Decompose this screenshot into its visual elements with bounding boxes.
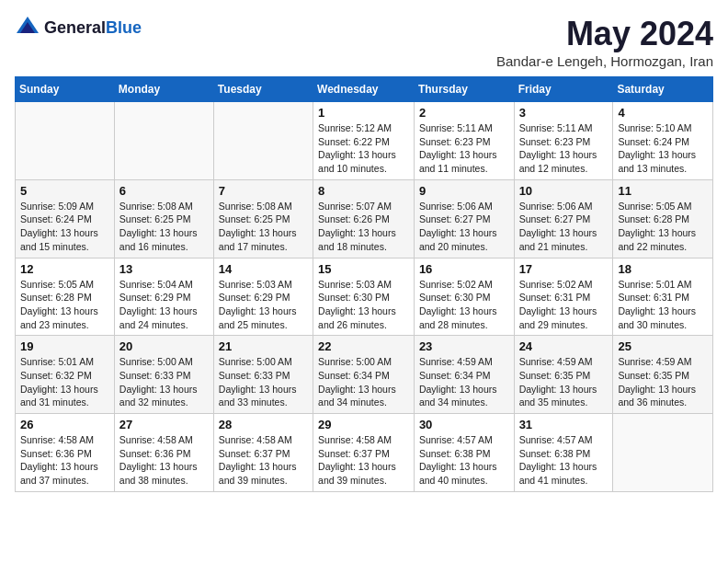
day-cell (16, 102, 115, 180)
day-info: Sunrise: 5:09 AMSunset: 6:24 PMDaylight:… (20, 200, 109, 254)
logo: GeneralBlue (15, 15, 142, 40)
day-cell (114, 102, 213, 180)
day-cell: 29Sunrise: 4:58 AMSunset: 6:37 PMDayligh… (313, 414, 415, 492)
day-number: 10 (519, 184, 609, 198)
day-number: 12 (20, 262, 109, 276)
day-cell: 27Sunrise: 4:58 AMSunset: 6:36 PMDayligh… (114, 414, 213, 492)
day-info: Sunrise: 5:02 AMSunset: 6:31 PMDaylight:… (519, 278, 609, 332)
day-cell: 15Sunrise: 5:03 AMSunset: 6:30 PMDayligh… (313, 258, 415, 336)
calendar-table: SundayMondayTuesdayWednesdayThursdayFrid… (15, 76, 713, 492)
day-cell: 7Sunrise: 5:08 AMSunset: 6:25 PMDaylight… (213, 179, 313, 258)
day-cell: 6Sunrise: 5:08 AMSunset: 6:25 PMDaylight… (114, 179, 213, 258)
day-cell: 2Sunrise: 5:11 AMSunset: 6:23 PMDaylight… (414, 102, 514, 180)
day-number: 17 (519, 262, 609, 276)
day-info: Sunrise: 5:04 AMSunset: 6:29 PMDaylight:… (119, 278, 209, 332)
logo-text: GeneralBlue (44, 18, 142, 38)
day-info: Sunrise: 5:03 AMSunset: 6:29 PMDaylight:… (219, 278, 308, 332)
day-cell: 9Sunrise: 5:06 AMSunset: 6:27 PMDaylight… (414, 179, 514, 258)
day-cell: 14Sunrise: 5:03 AMSunset: 6:29 PMDayligh… (213, 258, 313, 336)
day-cell: 24Sunrise: 4:59 AMSunset: 6:35 PMDayligh… (514, 336, 613, 414)
day-cell: 23Sunrise: 4:59 AMSunset: 6:34 PMDayligh… (414, 336, 514, 414)
day-cell: 12Sunrise: 5:05 AMSunset: 6:28 PMDayligh… (16, 258, 115, 336)
day-info: Sunrise: 5:00 AMSunset: 6:33 PMDaylight:… (119, 355, 209, 409)
day-number: 5 (20, 184, 109, 198)
day-info: Sunrise: 4:59 AMSunset: 6:35 PMDaylight:… (519, 355, 609, 409)
week-row-3: 12Sunrise: 5:05 AMSunset: 6:28 PMDayligh… (16, 258, 713, 336)
day-cell: 11Sunrise: 5:05 AMSunset: 6:28 PMDayligh… (613, 179, 713, 258)
day-number: 20 (119, 339, 209, 353)
day-info: Sunrise: 4:57 AMSunset: 6:38 PMDaylight:… (519, 433, 609, 488)
day-cell: 22Sunrise: 5:00 AMSunset: 6:34 PMDayligh… (313, 336, 415, 414)
weekday-sunday: Sunday (16, 77, 115, 102)
day-cell: 1Sunrise: 5:12 AMSunset: 6:22 PMDaylight… (313, 102, 415, 180)
weekday-monday: Monday (114, 77, 213, 102)
day-cell: 25Sunrise: 4:59 AMSunset: 6:35 PMDayligh… (613, 336, 713, 414)
day-cell: 19Sunrise: 5:01 AMSunset: 6:32 PMDayligh… (16, 336, 115, 414)
day-cell: 26Sunrise: 4:58 AMSunset: 6:36 PMDayligh… (16, 414, 115, 492)
day-number: 22 (318, 339, 409, 353)
day-info: Sunrise: 4:58 AMSunset: 6:37 PMDaylight:… (219, 433, 308, 488)
weekday-saturday: Saturday (613, 77, 713, 102)
day-cell: 16Sunrise: 5:02 AMSunset: 6:30 PMDayligh… (414, 258, 514, 336)
day-info: Sunrise: 5:08 AMSunset: 6:25 PMDaylight:… (119, 200, 209, 254)
day-number: 4 (618, 106, 708, 120)
day-cell: 13Sunrise: 5:04 AMSunset: 6:29 PMDayligh… (114, 258, 213, 336)
day-cell: 4Sunrise: 5:10 AMSunset: 6:24 PMDaylight… (613, 102, 713, 180)
day-info: Sunrise: 5:00 AMSunset: 6:33 PMDaylight:… (219, 355, 308, 409)
day-info: Sunrise: 5:01 AMSunset: 6:32 PMDaylight:… (20, 355, 109, 409)
weekday-header-row: SundayMondayTuesdayWednesdayThursdayFrid… (16, 77, 713, 102)
day-info: Sunrise: 5:12 AMSunset: 6:22 PMDaylight:… (318, 121, 409, 176)
day-number: 18 (618, 262, 708, 276)
day-number: 27 (119, 418, 209, 431)
day-info: Sunrise: 5:00 AMSunset: 6:34 PMDaylight:… (318, 355, 409, 409)
day-number: 26 (20, 418, 109, 431)
day-cell: 18Sunrise: 5:01 AMSunset: 6:31 PMDayligh… (613, 258, 713, 336)
weekday-friday: Friday (514, 77, 613, 102)
day-cell: 21Sunrise: 5:00 AMSunset: 6:33 PMDayligh… (213, 336, 313, 414)
day-number: 7 (219, 184, 308, 198)
day-number: 8 (318, 184, 409, 198)
day-info: Sunrise: 5:08 AMSunset: 6:25 PMDaylight:… (219, 200, 308, 254)
day-number: 29 (318, 418, 409, 431)
day-number: 24 (519, 339, 609, 353)
day-cell: 30Sunrise: 4:57 AMSunset: 6:38 PMDayligh… (414, 414, 514, 492)
day-cell: 5Sunrise: 5:09 AMSunset: 6:24 PMDaylight… (16, 179, 115, 258)
day-info: Sunrise: 5:02 AMSunset: 6:30 PMDaylight:… (419, 278, 509, 332)
day-info: Sunrise: 4:59 AMSunset: 6:34 PMDaylight:… (419, 355, 509, 409)
day-number: 15 (318, 262, 409, 276)
day-info: Sunrise: 5:10 AMSunset: 6:24 PMDaylight:… (618, 121, 708, 176)
day-info: Sunrise: 5:07 AMSunset: 6:26 PMDaylight:… (318, 200, 409, 254)
weekday-thursday: Thursday (414, 77, 514, 102)
weekday-tuesday: Tuesday (213, 77, 313, 102)
day-info: Sunrise: 5:06 AMSunset: 6:27 PMDaylight:… (519, 200, 609, 254)
day-cell: 17Sunrise: 5:02 AMSunset: 6:31 PMDayligh… (514, 258, 613, 336)
day-info: Sunrise: 5:11 AMSunset: 6:23 PMDaylight:… (419, 121, 509, 176)
week-row-5: 26Sunrise: 4:58 AMSunset: 6:36 PMDayligh… (16, 414, 713, 492)
day-number: 1 (318, 106, 409, 120)
logo-icon (15, 15, 40, 40)
day-info: Sunrise: 5:03 AMSunset: 6:30 PMDaylight:… (318, 278, 409, 332)
day-number: 28 (219, 418, 308, 431)
day-info: Sunrise: 5:11 AMSunset: 6:23 PMDaylight:… (519, 121, 609, 176)
day-number: 3 (519, 106, 609, 120)
day-info: Sunrise: 4:58 AMSunset: 6:37 PMDaylight:… (318, 433, 409, 488)
day-cell: 20Sunrise: 5:00 AMSunset: 6:33 PMDayligh… (114, 336, 213, 414)
header: GeneralBlue May 2024 Bandar-e Lengeh, Ho… (15, 15, 713, 69)
day-info: Sunrise: 5:01 AMSunset: 6:31 PMDaylight:… (618, 278, 708, 332)
day-cell: 28Sunrise: 4:58 AMSunset: 6:37 PMDayligh… (213, 414, 313, 492)
location-title: Bandar-e Lengeh, Hormozgan, Iran (496, 53, 713, 69)
day-cell (613, 414, 713, 492)
day-cell: 10Sunrise: 5:06 AMSunset: 6:27 PMDayligh… (514, 179, 613, 258)
day-info: Sunrise: 4:58 AMSunset: 6:36 PMDaylight:… (20, 433, 109, 488)
day-number: 21 (219, 339, 308, 353)
weekday-wednesday: Wednesday (313, 77, 415, 102)
day-number: 13 (119, 262, 209, 276)
day-cell: 8Sunrise: 5:07 AMSunset: 6:26 PMDaylight… (313, 179, 415, 258)
day-cell: 3Sunrise: 5:11 AMSunset: 6:23 PMDaylight… (514, 102, 613, 180)
day-number: 25 (618, 339, 708, 353)
day-info: Sunrise: 5:05 AMSunset: 6:28 PMDaylight:… (618, 200, 708, 254)
title-area: May 2024 Bandar-e Lengeh, Hormozgan, Ira… (496, 15, 713, 69)
week-row-1: 1Sunrise: 5:12 AMSunset: 6:22 PMDaylight… (16, 102, 713, 180)
month-title: May 2024 (496, 15, 713, 53)
day-cell (213, 102, 313, 180)
